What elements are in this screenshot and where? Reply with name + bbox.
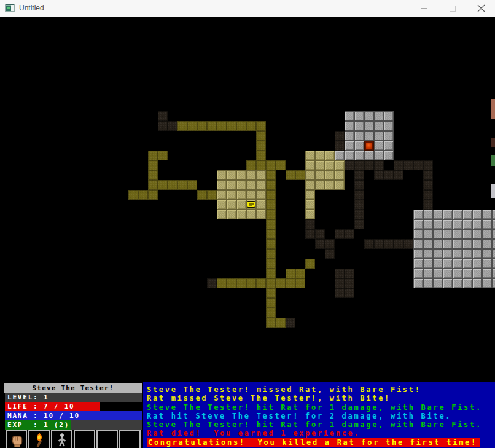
corridor-tile xyxy=(236,121,246,131)
stone-room-southeast-tile xyxy=(433,210,443,219)
log-line: Steve The Tester! hit Rat for 1 damage, … xyxy=(147,403,495,412)
small-tan-room-tile xyxy=(305,151,315,160)
stone-room-southeast-tile xyxy=(453,219,462,229)
stone-room-southeast-tile xyxy=(482,278,492,288)
corridor-tile xyxy=(148,160,158,170)
stone-room-southeast-tile xyxy=(462,239,472,249)
stone-room-northeast-tile xyxy=(345,131,354,141)
stone-room-southeast-tile xyxy=(433,269,443,278)
minimize-button[interactable] xyxy=(410,0,438,17)
item-slot-fist[interactable] xyxy=(6,430,27,448)
item-slot-figure[interactable] xyxy=(51,430,72,448)
corridor-tile xyxy=(256,278,266,288)
stone-room-northeast-tile xyxy=(354,141,364,151)
dark-corridor-tile xyxy=(335,288,345,298)
stone-room-southeast-tile xyxy=(443,278,453,288)
window-title: Untitled xyxy=(19,4,44,12)
corridor-tile xyxy=(128,190,138,200)
dark-corridor-tile xyxy=(384,239,394,249)
stone-room-southeast-tile xyxy=(482,239,492,249)
stone-room-southeast-tile xyxy=(472,249,482,259)
stone-room-southeast-tile xyxy=(462,219,472,229)
corridor-tile xyxy=(266,249,276,259)
player-room-tile xyxy=(256,170,266,180)
player-room-tile xyxy=(246,190,256,200)
dark-corridor-tile xyxy=(423,180,433,190)
dark-corridor-tile xyxy=(354,200,364,210)
dark-corridor-tile xyxy=(394,160,403,170)
stone-room-northeast-tile xyxy=(384,151,394,160)
stone-room-northeast-tile xyxy=(374,121,384,131)
corridor-tile xyxy=(266,229,276,239)
corridor-tile xyxy=(295,170,305,180)
dark-corridor-tile xyxy=(325,239,335,249)
item-slot-empty[interactable] xyxy=(96,430,118,448)
corridor-tile xyxy=(266,180,276,190)
stone-room-southeast-tile xyxy=(423,239,433,249)
small-tan-room-tile xyxy=(315,151,325,160)
stone-room-southeast-tile xyxy=(443,239,453,249)
dark-corridor-tile xyxy=(354,219,364,229)
corridor-tile xyxy=(256,131,266,141)
dark-corridor-tile xyxy=(423,200,433,210)
log-line: Steve The Tester! missed Rat, with Bare … xyxy=(147,385,495,394)
corridor-tile xyxy=(187,121,197,131)
small-tan-room-tile xyxy=(315,160,325,170)
player-room-tile xyxy=(246,170,256,180)
stone-room-southeast-tile xyxy=(413,249,423,259)
torch-icon xyxy=(31,432,47,448)
corridor-tile xyxy=(148,170,158,180)
stone-room-southeast-tile xyxy=(482,269,492,278)
dark-corridor-tile xyxy=(345,278,354,288)
corridor-tile xyxy=(158,180,168,190)
stat-bar: LIFE : 7 / 10 xyxy=(5,402,142,411)
stone-room-southeast-tile xyxy=(413,210,423,219)
stone-room-northeast-tile xyxy=(384,111,394,121)
item-slot-empty[interactable] xyxy=(119,430,141,448)
corridor-tile xyxy=(207,121,217,131)
item-slot-empty[interactable] xyxy=(74,430,95,448)
corridor-tile xyxy=(266,219,276,229)
maximize-button[interactable] xyxy=(438,0,467,17)
stats-panel: Steve The Tester! LEVEL: 1LIFE : 7 / 10M… xyxy=(0,382,143,448)
player-room-tile xyxy=(217,190,227,200)
dark-corridor-tile xyxy=(364,239,374,249)
stone-room-southeast-tile xyxy=(433,229,443,239)
stone-room-northeast-tile xyxy=(354,131,364,141)
stone-room-southeast-tile xyxy=(482,249,492,259)
stone-room-southeast-tile xyxy=(453,229,462,239)
stone-room-southeast-tile xyxy=(413,239,423,249)
dark-corridor-tile xyxy=(403,239,413,249)
player-room-tile xyxy=(256,180,266,190)
corridor-tile xyxy=(168,180,177,190)
stone-room-southeast-tile xyxy=(492,219,495,229)
stone-room-southeast-tile xyxy=(482,210,492,219)
stone-room-southeast-tile xyxy=(433,249,443,259)
dark-corridor-tile xyxy=(325,249,335,259)
dark-corridor-tile xyxy=(374,239,384,249)
stone-room-southeast-tile xyxy=(423,249,433,259)
corridor-tile xyxy=(187,180,197,190)
stone-room-southeast-tile xyxy=(423,278,433,288)
small-tan-room-tile xyxy=(325,170,335,180)
close-icon[interactable] xyxy=(467,0,495,17)
item-slot-torch[interactable] xyxy=(28,430,50,448)
dark-corridor-tile xyxy=(354,170,364,180)
small-tan-room-tile xyxy=(305,170,315,180)
stone-room-southeast-tile xyxy=(443,249,453,259)
dark-corridor-tile xyxy=(345,288,354,298)
dark-corridor-tile xyxy=(207,278,217,288)
player-room-tile xyxy=(246,210,256,219)
player-room-tile xyxy=(227,200,236,210)
stone-room-southeast-tile xyxy=(443,269,453,278)
player-room-tile xyxy=(227,180,236,190)
stone-floor-tile xyxy=(335,151,345,160)
character-name: Steve The Tester! xyxy=(4,383,142,393)
corridor-tile xyxy=(217,278,227,288)
stone-room-southeast-tile xyxy=(423,210,433,219)
stone-room-southeast-tile xyxy=(453,259,462,269)
player-room-tile xyxy=(236,200,246,210)
background-window-fragment xyxy=(491,184,495,198)
player-room-tile xyxy=(236,210,246,219)
corridor-tile xyxy=(266,288,276,298)
